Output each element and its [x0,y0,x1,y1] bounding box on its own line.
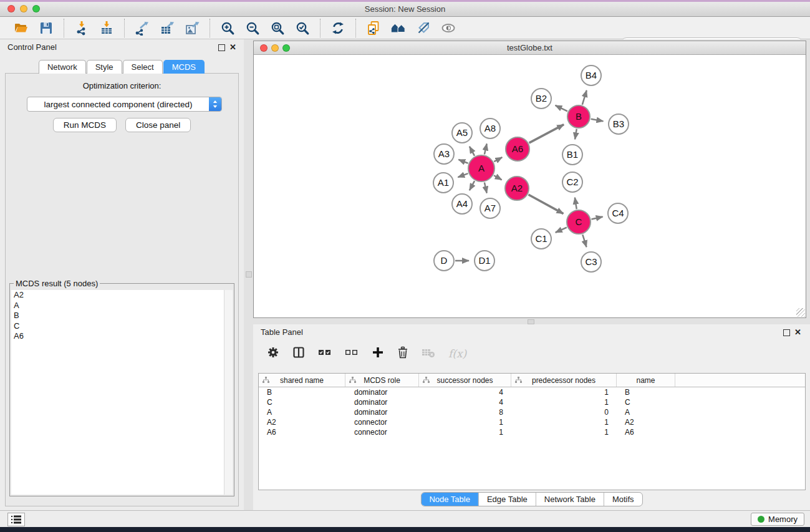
window-titlebar[interactable]: Session: New Session [0,2,810,17]
close-table-panel-icon[interactable]: ✕ [794,327,801,337]
result-item[interactable]: A [11,301,233,311]
hide-annotations-icon[interactable] [415,20,432,36]
table-row[interactable]: A2connector11A2 [259,417,805,427]
network-window-titlebar[interactable]: testGlobe.txt [254,41,806,55]
result-item[interactable]: B [11,311,233,321]
export-image-icon[interactable] [184,20,200,36]
clone-network-icon[interactable] [365,20,382,36]
graph-edge-B-B3[interactable] [591,119,604,122]
mcds-result-list[interactable]: A2ABCA6 [11,290,233,495]
table-cell: C [259,397,345,407]
graph-edge-A2-C[interactable] [528,195,563,214]
close-panel-icon[interactable]: ✕ [229,42,236,52]
run-mcds-button[interactable]: Run MCDS [53,118,117,132]
import-table-icon[interactable] [99,20,115,36]
deselect-all-columns-icon[interactable] [345,346,359,361]
float-panel-icon[interactable] [218,44,225,51]
close-network-button[interactable] [260,44,268,52]
column-header-shared-name[interactable]: shared name [259,374,345,387]
close-panel-button[interactable]: Close panel [125,118,191,132]
table-row[interactable]: A6connector11A6 [259,427,805,437]
horizontal-splitter-grip[interactable] [528,319,534,324]
tab-node-table[interactable]: Node Table [421,493,478,506]
show-hide-graphics-icon[interactable] [440,20,456,36]
desktop-strip [0,527,810,532]
graph-edge-A6-B[interactable] [529,125,564,143]
zoom-in-icon[interactable] [219,20,236,36]
graph-edge-A-A5[interactable] [470,147,475,156]
criterion-dropdown[interactable]: largest connected component (directed) [27,97,222,112]
result-item[interactable]: A6 [11,331,233,342]
settings-icon[interactable] [267,346,279,361]
graph-edge-A-A3[interactable] [458,160,468,163]
zoom-out-icon[interactable] [244,20,261,36]
graph-edge-C-C1[interactable] [556,228,567,233]
splitter-grip[interactable] [246,271,252,278]
first-neighbors-icon[interactable] [390,20,407,36]
tab-network[interactable]: Network [39,60,86,74]
graph-edge-A-A6[interactable] [494,157,502,162]
column-header-predecessor-nodes[interactable]: predecessor nodes [511,374,617,387]
result-item[interactable]: C [11,321,233,332]
close-window-button[interactable] [7,5,15,12]
network-graph[interactable]: B4B2BB3A8A5A6A3B1AA1C2A2A4A7C4CC1DD1C3 [254,55,806,317]
status-bar: Memory [0,510,810,527]
minimize-window-button[interactable] [20,5,27,12]
graph-edge-C-C3[interactable] [582,235,586,247]
result-scrollbar[interactable] [224,290,233,495]
graph-edge-A-A7[interactable] [485,182,487,193]
export-network-icon[interactable] [134,20,150,36]
add-column-icon[interactable] [372,346,384,361]
delete-column-icon[interactable] [397,346,408,361]
maximize-window-button[interactable] [32,5,40,12]
graph-edge-C-C4[interactable] [591,216,602,219]
select-all-columns-icon[interactable] [318,346,332,361]
tab-motifs[interactable]: Motifs [604,493,642,506]
graph-edge-A-A4[interactable] [470,181,475,190]
column-header-mcds-role[interactable]: MCDS role [345,374,419,387]
graph-edge-B-B1[interactable] [575,129,577,140]
table-cell: A [617,407,675,417]
window-resize-grip[interactable] [796,308,805,317]
graph-edge-A-A8[interactable] [485,143,487,154]
tab-select[interactable]: Select [123,60,163,74]
graph-edge-A-A2[interactable] [494,175,502,180]
maximize-network-button[interactable] [282,44,290,52]
zoom-selected-icon[interactable] [294,20,311,36]
tab-network-table[interactable]: Network Table [536,493,604,506]
float-table-panel-icon[interactable] [783,329,790,336]
import-network-icon[interactable] [74,20,90,36]
graph-node-label-C1: C1 [535,233,547,244]
column-header-successor-nodes[interactable]: successor nodes [419,374,511,387]
vertical-splitter[interactable] [244,39,253,510]
graph-node-label-B2: B2 [536,93,547,104]
graph-edge-B-B4[interactable] [582,90,587,105]
function-builder-icon[interactable]: f(x) [448,347,466,360]
result-item[interactable]: A2 [11,290,233,301]
export-table-icon[interactable] [159,20,175,36]
column-header-name[interactable]: name [617,374,675,387]
memory-button[interactable]: Memory [751,513,804,526]
delete-table-icon[interactable] [422,346,435,361]
graph-node-label-A: A [478,163,485,173]
table-cell: dominator [345,397,419,407]
zoom-fit-icon[interactable] [269,20,286,36]
table-row[interactable]: Bdominator41B [259,387,805,397]
table-row[interactable]: Cdominator41C [259,397,805,407]
table-cell: B [617,387,675,397]
table-row[interactable]: Adominator80A [259,407,805,417]
graph-edge-C-C2[interactable] [575,198,577,210]
recalculate-layout-icon[interactable] [330,20,346,36]
tab-style[interactable]: Style [87,60,122,74]
graph-node-label-A5: A5 [456,127,468,138]
tab-edge-table[interactable]: Edge Table [478,493,536,506]
open-file-icon[interactable] [13,20,29,36]
graph-edge-A-A1[interactable] [458,173,468,177]
network-view-window: testGlobe.txt B4B2BB3A8A5A6A3B1AA1C2A2A4… [253,41,806,318]
column-view-icon[interactable] [292,346,305,361]
save-session-icon[interactable] [38,20,54,36]
graph-edge-B-B2[interactable] [556,105,567,111]
tab-mcds[interactable]: MCDS [163,60,205,74]
minimize-network-button[interactable] [271,44,279,52]
task-history-button[interactable] [7,513,25,526]
